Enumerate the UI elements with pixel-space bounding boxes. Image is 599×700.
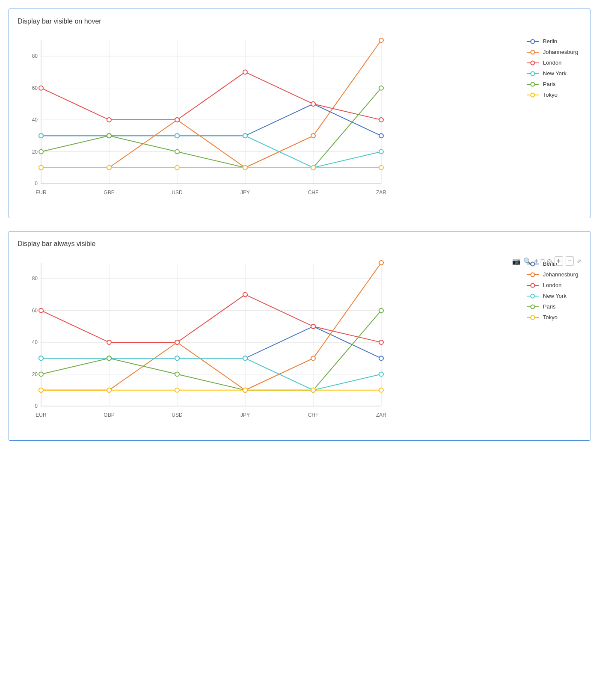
svg-point-69 (531, 82, 535, 86)
svg-text:GBP: GBP (104, 190, 114, 196)
chart-toolbar: 📷 🔍 + □ ◎ + − ⇗ (512, 256, 582, 266)
svg-text:40: 40 (32, 117, 38, 123)
legend-item-berlin: Berlin (526, 38, 581, 44)
svg-point-55 (107, 166, 111, 170)
legend-line-tokyo (526, 92, 540, 98)
svg-point-107 (379, 261, 383, 265)
legend-label: Tokyo (543, 92, 557, 98)
svg-point-111 (243, 292, 247, 297)
svg-text:80: 80 (32, 276, 38, 282)
svg-point-121 (107, 356, 111, 360)
legend-item-new-york: New York (526, 293, 581, 299)
legend-item-london: London (526, 282, 581, 288)
svg-point-139 (531, 294, 535, 298)
legend-item-tokyo: Tokyo (526, 92, 581, 98)
chart-plot-area: 020406080EURGBPUSDJPYCHFZAR (18, 34, 513, 205)
svg-point-47 (379, 150, 383, 154)
svg-point-106 (311, 356, 315, 360)
svg-text:60: 60 (32, 308, 38, 314)
svg-point-108 (39, 308, 43, 313)
svg-point-65 (531, 61, 535, 65)
legend-line-london (526, 60, 540, 65)
svg-text:80: 80 (32, 53, 38, 59)
svg-text:0: 0 (35, 403, 38, 409)
legend-line-berlin (526, 39, 540, 44)
svg-point-122 (175, 372, 179, 377)
svg-text:EUR: EUR (36, 412, 47, 418)
legend-label: New York (543, 70, 566, 77)
svg-point-109 (107, 340, 111, 344)
lasso-icon[interactable]: ◎ (547, 258, 552, 264)
chart-section-chart2: Display bar always visible 📷 🔍 + □ ◎ + −… (9, 231, 590, 441)
svg-point-39 (243, 70, 247, 74)
svg-point-61 (531, 39, 535, 43)
svg-point-35 (379, 38, 383, 42)
camera-icon[interactable]: 📷 (512, 257, 521, 265)
legend-label: London (543, 59, 561, 66)
svg-point-129 (243, 388, 247, 392)
chart-legend: Berlin Johannesburg London (526, 34, 581, 98)
svg-point-34 (311, 133, 315, 138)
svg-text:ZAR: ZAR (376, 412, 386, 418)
chart-title: Display bar always visible (18, 240, 581, 248)
legend-item-new-york: New York (526, 70, 581, 77)
svg-point-63 (531, 50, 535, 54)
svg-point-45 (243, 133, 247, 138)
svg-point-117 (243, 356, 247, 360)
svg-point-40 (311, 102, 315, 106)
svg-text:20: 20 (32, 371, 38, 377)
chart-svg: 020406080EURGBPUSDJPYCHFZAR (18, 34, 390, 205)
svg-point-58 (311, 166, 315, 170)
svg-point-56 (175, 166, 179, 170)
svg-text:JPY: JPY (240, 412, 250, 418)
svg-point-135 (531, 273, 535, 276)
svg-text:EUR: EUR (36, 190, 47, 196)
svg-point-37 (107, 118, 111, 122)
legend-label: Paris (543, 303, 556, 310)
svg-point-110 (175, 340, 179, 344)
svg-point-116 (175, 356, 179, 360)
chart-title: Display bar visible on hover (18, 18, 581, 25)
chart-container: 020406080EURGBPUSDJPYCHFZAR Berlin Joh (18, 34, 581, 205)
legend-line-london (526, 283, 540, 288)
legend-line-paris (526, 82, 540, 87)
select-icon[interactable]: □ (541, 258, 544, 264)
svg-point-53 (379, 86, 383, 90)
svg-point-29 (379, 133, 383, 138)
legend-label: New York (543, 293, 566, 299)
svg-point-36 (39, 86, 43, 90)
legend-label: Johannesburg (543, 49, 578, 55)
legend-item-johannesburg: Johannesburg (526, 49, 581, 55)
legend-label: Johannesburg (543, 271, 578, 278)
legend-line-paris (526, 304, 540, 309)
zoom-icon[interactable]: 🔍 (523, 257, 532, 265)
zoom-out-icon[interactable]: − (566, 256, 574, 266)
svg-text:20: 20 (32, 149, 38, 155)
svg-point-131 (379, 388, 383, 392)
autoscale-icon[interactable]: ⇗ (576, 258, 581, 264)
svg-point-128 (175, 388, 179, 392)
svg-point-141 (531, 305, 535, 308)
svg-text:GBP: GBP (104, 412, 114, 418)
pan-icon[interactable]: + (534, 257, 538, 265)
svg-text:USD: USD (172, 190, 183, 196)
legend-label: London (543, 282, 561, 288)
svg-point-126 (39, 388, 43, 392)
svg-point-57 (243, 166, 247, 170)
svg-point-41 (379, 118, 383, 122)
svg-text:40: 40 (32, 339, 38, 345)
svg-point-143 (531, 315, 535, 319)
svg-point-137 (531, 283, 535, 287)
zoom-in-icon[interactable]: + (555, 256, 563, 266)
svg-text:CHF: CHF (308, 412, 319, 418)
svg-point-54 (39, 166, 43, 170)
svg-text:ZAR: ZAR (376, 190, 386, 196)
svg-point-48 (39, 150, 43, 154)
chart-container: 📷 🔍 + □ ◎ + − ⇗ 020406080EURGBPUSDJPYCHF… (18, 256, 581, 427)
svg-point-67 (531, 71, 535, 75)
svg-point-112 (311, 324, 315, 329)
svg-point-130 (311, 388, 315, 392)
svg-text:JPY: JPY (240, 190, 250, 196)
svg-point-71 (531, 93, 535, 97)
svg-point-101 (379, 356, 383, 360)
